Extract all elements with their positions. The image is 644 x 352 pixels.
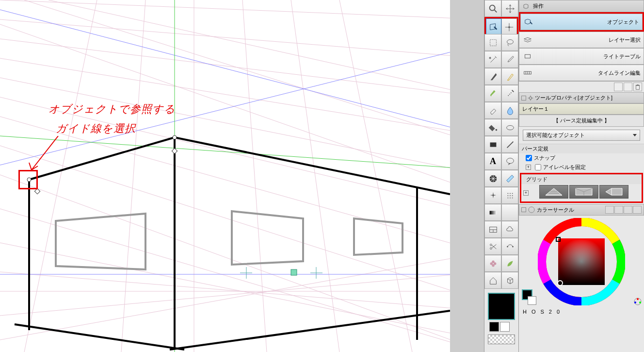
expand-icon[interactable]: [521, 96, 526, 101]
color-wheel[interactable]: [519, 216, 644, 308]
flower-tool[interactable]: [484, 255, 501, 272]
foreground-color[interactable]: [488, 293, 515, 320]
svg-point-48: [508, 26, 510, 28]
transparent-swatch[interactable]: [488, 335, 515, 344]
operation-tool[interactable]: [486, 18, 501, 35]
brush-tool[interactable]: [484, 85, 501, 102]
color-tab-4[interactable]: [633, 206, 642, 214]
svg-point-36: [27, 178, 31, 182]
svg-point-79: [507, 246, 508, 247]
tool-property-title: ツールプロパティ[オブジェクト]: [535, 94, 612, 101]
ruler-tool[interactable]: [501, 170, 518, 187]
color-tab-2[interactable]: [614, 206, 623, 214]
color-tab-1[interactable]: [605, 206, 614, 214]
lasso-tool[interactable]: [501, 34, 518, 51]
chevron-down-icon: [633, 134, 637, 136]
scissors-tool[interactable]: [484, 238, 501, 255]
tool-palette: A: [484, 0, 519, 352]
house-tool[interactable]: [484, 272, 501, 289]
svg-point-71: [510, 197, 511, 198]
eyelevel-checkbox[interactable]: [535, 164, 541, 170]
svg-point-90: [529, 97, 531, 99]
svg-line-29: [29, 137, 175, 180]
blank-tool[interactable]: [501, 204, 518, 221]
svg-line-6: [0, 117, 484, 252]
subtool-layer-select[interactable]: レイヤー選択: [519, 32, 644, 48]
balloon-tool[interactable]: [501, 153, 518, 170]
rect-tool[interactable]: [484, 136, 501, 153]
dropdown-label: 選択可能なオブジェクト: [526, 132, 585, 139]
trash-icon[interactable]: [633, 83, 642, 91]
snap-row[interactable]: スナップ: [519, 153, 644, 163]
bg-swatch[interactable]: [528, 296, 536, 305]
gradient-tool[interactable]: [501, 119, 518, 136]
eyedropper-tool[interactable]: [501, 51, 518, 68]
text-tool[interactable]: A: [484, 153, 501, 170]
move-tool[interactable]: [501, 0, 518, 17]
expand-plus-icon[interactable]: +: [526, 165, 531, 170]
svg-point-50: [507, 39, 513, 44]
new-icon[interactable]: [624, 83, 632, 91]
color-white[interactable]: [500, 322, 510, 332]
blend-tool[interactable]: [501, 102, 518, 119]
expand-icon[interactable]: [521, 207, 526, 212]
svg-point-58: [506, 158, 514, 163]
wand-tool[interactable]: [484, 51, 501, 68]
svg-rect-40: [291, 269, 297, 275]
effect-tool[interactable]: [484, 170, 501, 187]
color-title: カラーサークル: [537, 206, 574, 214]
gradient2-tool[interactable]: [484, 204, 501, 221]
selectable-object-dropdown[interactable]: 選択可能なオブジェクト: [523, 130, 640, 141]
svg-line-22: [48, 0, 484, 97]
pattern-tool[interactable]: [501, 187, 518, 204]
svg-point-65: [510, 193, 511, 194]
grid-yz-button[interactable]: [599, 185, 628, 199]
svg-line-35: [170, 311, 450, 350]
airbrush-tool[interactable]: [501, 85, 518, 102]
grid-xz-button[interactable]: [569, 185, 598, 199]
perspective-section-title: パース定規: [519, 144, 644, 153]
color-mode-icon[interactable]: [633, 297, 642, 306]
subtool-object[interactable]: オブジェクト: [520, 14, 643, 30]
snap-checkbox[interactable]: [526, 155, 532, 161]
fill-tool[interactable]: [484, 119, 501, 136]
copy-icon[interactable]: [614, 83, 623, 91]
svg-point-46: [489, 5, 495, 10]
pen-tool[interactable]: [484, 68, 501, 85]
hsv-readout: HOS20: [519, 308, 644, 316]
cloud-tool[interactable]: [501, 221, 518, 238]
magnify-tool[interactable]: [484, 0, 501, 17]
sparkle-tool[interactable]: [484, 187, 501, 204]
frame-tool[interactable]: [484, 221, 501, 238]
cube-tool[interactable]: [501, 272, 518, 289]
grid-plus-icon[interactable]: +: [523, 190, 529, 196]
eyelevel-row[interactable]: + アイレベルを固定: [519, 163, 644, 172]
color-tab-3[interactable]: [624, 206, 632, 214]
color-black[interactable]: [489, 322, 499, 332]
edit-status: 【 パース定規編集中 】: [519, 115, 644, 127]
correction-tool[interactable]: [501, 238, 518, 255]
subtool-light-table[interactable]: ライトテーブル: [519, 48, 644, 65]
transform-tool[interactable]: [501, 18, 517, 35]
svg-rect-100: [558, 238, 605, 285]
eraser-tool[interactable]: [484, 102, 501, 119]
svg-line-3: [0, 58, 484, 136]
svg-line-16: [121, 0, 145, 352]
timeline-icon: [522, 69, 533, 77]
layer-name-bar: レイヤー１: [519, 103, 644, 115]
grid-xy-button[interactable]: [539, 185, 568, 199]
color-panel-header: カラーサークル: [519, 204, 644, 216]
operation-panel-header: 操作: [519, 0, 644, 12]
gear-icon[interactable]: [527, 95, 534, 101]
subtool-timeline[interactable]: タイムライン編集: [519, 65, 644, 81]
leaf-tool[interactable]: [501, 255, 518, 272]
colorwheel-icon: [528, 206, 535, 213]
marquee-tool[interactable]: [484, 34, 501, 51]
pencil-tool[interactable]: [501, 68, 518, 85]
svg-point-54: [495, 129, 497, 131]
svg-line-0: [0, 0, 484, 19]
canvas-area[interactable]: オブジェクトで参照する ガイド線を選択: [0, 0, 484, 352]
line-tool[interactable]: [501, 136, 518, 153]
svg-rect-56: [490, 142, 496, 147]
eyelevel-label: アイレベルを固定: [543, 164, 586, 171]
